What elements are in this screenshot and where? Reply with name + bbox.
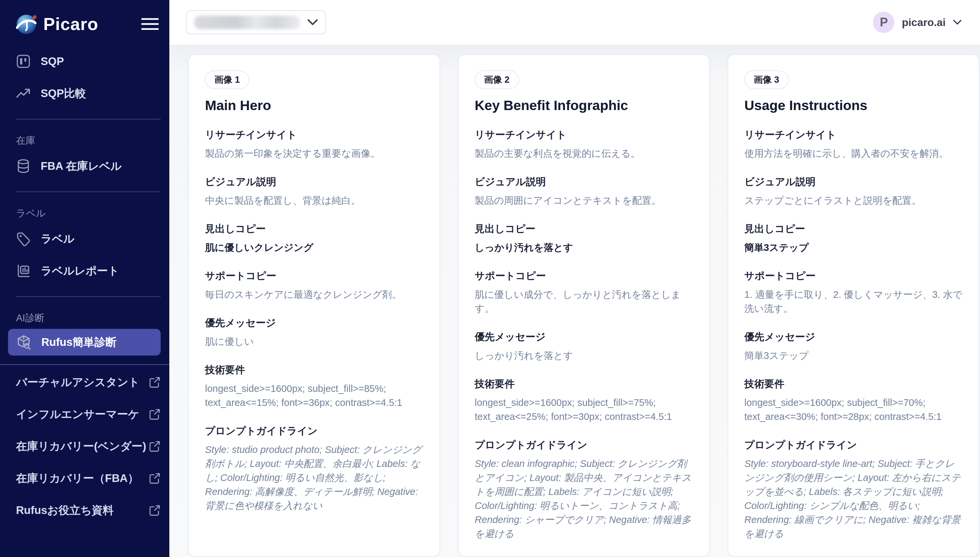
chevron-down-icon <box>307 19 318 26</box>
hamburger-icon <box>141 17 159 31</box>
external-link-icon <box>149 376 161 388</box>
sqp-icon <box>16 54 31 69</box>
sidebar-item-sqp[interactable]: SQP <box>16 46 161 77</box>
sidebar-item-label: ラベルレポート <box>41 264 119 278</box>
section-label-prompt: プロンプトガイドライン <box>475 438 693 452</box>
card-title: Key Benefit Infographic <box>475 98 693 113</box>
redacted-selector-value <box>194 16 301 29</box>
logo-text: Picaro <box>43 14 98 34</box>
sidebar-item-label[interactable]: ラベル <box>16 223 161 255</box>
section-label-tech: 技術要件 <box>475 377 693 391</box>
picaro-logo[interactable]: Picaro <box>16 13 98 35</box>
tech-requirements-text: longest_side>=1600px; subject_fill>=75%;… <box>475 396 693 423</box>
section-label-support: サポートコピー <box>475 269 693 283</box>
sidebar-item-sqp-compare[interactable]: SQP比較 <box>16 77 161 109</box>
sidebar-section-label: ラベル <box>16 207 161 220</box>
sidebar-item-label: Rufus簡単診断 <box>41 335 117 350</box>
section-label-tech: 技術要件 <box>205 363 423 377</box>
sidebar-item-label: SQP比較 <box>41 86 86 101</box>
headline-copy-text: しっかり汚れを落とす <box>475 241 693 254</box>
sidebar-nav: SQP SQP比較 在庫 FBA 在庫レベル ラベル <box>16 46 161 355</box>
priority-message-text: しっかり汚れを落とす <box>475 349 693 363</box>
image-badge: 画像 2 <box>475 70 519 89</box>
research-insight-text: 使用方法を明確に示し、購入者の不安を解消。 <box>744 147 963 160</box>
sidebar-link-label: インフルエンサーマーケ <box>16 407 140 422</box>
research-insight-text: 製品の主要な利点を視覚的に伝える。 <box>475 147 693 160</box>
section-label-priority: 優先メッセージ <box>744 330 963 344</box>
sidebar-section-inventory: 在庫 <box>16 134 161 147</box>
main-area: P picaro.ai 画像 1 Main Hero リサーチインサイト 製品の… <box>169 0 980 557</box>
section-label-prompt: プロンプトガイドライン <box>744 438 963 452</box>
section-label-headline: 見出しコピー <box>205 222 423 236</box>
prompt-guideline-text: Style: storyboard-style line-art; Subjec… <box>744 457 963 541</box>
card-title: Main Hero <box>205 98 423 113</box>
sidebar-link-inventory-recovery-fba[interactable]: 在庫リカバリー（FBA） <box>16 462 161 494</box>
topbar: P picaro.ai <box>169 0 980 45</box>
sidebar-link-rufus-resources[interactable]: Rufusお役立ち資料 <box>16 494 161 526</box>
section-label-visual: ビジュアル説明 <box>744 175 963 189</box>
sidebar-link-inventory-recovery-vendor[interactable]: 在庫リカバリー(ベンダー) <box>16 430 161 462</box>
tag-icon <box>16 231 31 246</box>
prompt-guideline-text: Style: clean infographic; Subject: クレンジン… <box>475 457 693 541</box>
sidebar-item-label: FBA 在庫レベル <box>41 159 122 174</box>
sidebar-divider <box>16 119 161 119</box>
sidebar-item-label: ラベル <box>41 231 74 246</box>
external-link-icon <box>149 408 161 420</box>
trend-up-icon <box>16 86 31 101</box>
visual-description-text: ステップごとにイラストと説明を配置。 <box>744 194 963 207</box>
section-label-research: リサーチインサイト <box>205 128 423 142</box>
menu-toggle-button[interactable] <box>140 15 161 33</box>
sidebar-link-influencer-marketing[interactable]: インフルエンサーマーケ <box>16 398 161 430</box>
database-icon <box>16 159 31 173</box>
tech-requirements-text: longest_side>=1600px; subject_fill>=85%;… <box>205 381 423 410</box>
image-spec-grid: 画像 1 Main Hero リサーチインサイト 製品の第一印象を決定する重要な… <box>188 54 980 557</box>
external-link-icon <box>149 504 161 516</box>
sidebar-item-label: SQP <box>41 55 64 68</box>
support-copy-text: 1. 適量を手に取り、2. 優しくマッサージ、3. 水で洗い流す。 <box>744 288 963 316</box>
sidebar-link-label: Rufusお役立ち資料 <box>16 503 114 518</box>
account-menu[interactable]: P picaro.ai <box>873 12 962 33</box>
content-area: 画像 1 Main Hero リサーチインサイト 製品の第一印象を決定する重要な… <box>169 45 980 557</box>
section-label-visual: ビジュアル説明 <box>205 175 423 189</box>
image-badge: 画像 1 <box>205 70 249 89</box>
chevron-down-icon <box>953 20 962 25</box>
headline-copy-text: 肌に優しいクレンジング <box>205 241 423 254</box>
sidebar-link-label: バーチャルアシスタント <box>16 375 140 390</box>
sidebar-link-virtual-assistant[interactable]: バーチャルアシスタント <box>16 366 161 398</box>
sidebar: Picaro SQP SQP比較 在庫 <box>0 0 169 557</box>
sidebar-link-label: 在庫リカバリー(ベンダー) <box>16 439 146 454</box>
sidebar-external-links: バーチャルアシスタント インフルエンサーマーケ 在庫リカバリー(ベンダー) <box>0 364 169 526</box>
avatar: P <box>873 12 894 33</box>
project-selector-dropdown[interactable] <box>186 10 326 34</box>
image-spec-card-3: 画像 3 Usage Instructions リサーチインサイト 使用方法を明… <box>728 54 979 557</box>
section-label-priority: 優先メッセージ <box>205 316 423 330</box>
section-label-support: サポートコピー <box>744 269 963 283</box>
sidebar-section-ai-diagnosis: AI診断 <box>16 311 161 324</box>
visual-description-text: 製品の周囲にアイコンとテキストを配置。 <box>475 194 693 207</box>
priority-message-text: 肌に優しい <box>205 334 423 349</box>
visual-description-text: 中央に製品を配置し、背景は純白。 <box>205 194 423 207</box>
box-search-icon <box>16 334 31 350</box>
sidebar-item-rufus-diagnosis[interactable]: Rufus簡単診断 <box>8 329 161 355</box>
image-spec-card-2: 画像 2 Key Benefit Infographic リサーチインサイト 製… <box>458 54 710 557</box>
sidebar-link-label: 在庫リカバリー（FBA） <box>16 471 139 486</box>
section-label-headline: 見出しコピー <box>744 222 963 236</box>
sidebar-divider <box>16 191 161 192</box>
report-icon <box>16 264 31 278</box>
picaro-logo-icon <box>16 13 38 35</box>
external-link-icon <box>149 440 161 452</box>
sidebar-item-label-report[interactable]: ラベルレポート <box>16 255 161 287</box>
priority-message-text: 簡単3ステップ <box>744 349 963 363</box>
sidebar-divider <box>16 296 161 297</box>
section-label-prompt: プロンプトガイドライン <box>205 424 423 438</box>
support-copy-text: 肌に優しい成分で、しっかりと汚れを落とします。 <box>475 288 693 316</box>
section-label-research: リサーチインサイト <box>744 128 963 142</box>
prompt-guideline-text: Style: studio product photo; Subject: クレ… <box>205 443 423 513</box>
external-link-icon <box>149 472 161 484</box>
section-label-support: サポートコピー <box>205 269 423 283</box>
research-insight-text: 製品の第一印象を決定する重要な画像。 <box>205 147 423 160</box>
tech-requirements-text: longest_side>=1600px; subject_fill>=70%;… <box>744 396 963 423</box>
headline-copy-text: 簡単3ステップ <box>744 241 963 254</box>
image-badge: 画像 3 <box>744 70 789 89</box>
sidebar-item-fba-inventory-level[interactable]: FBA 在庫レベル <box>16 150 161 182</box>
